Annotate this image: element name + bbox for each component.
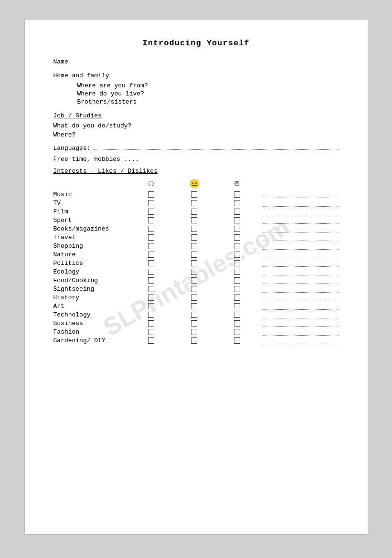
checkbox[interactable] bbox=[148, 269, 154, 275]
list-item: Sightseeing bbox=[53, 285, 339, 293]
checkbox[interactable] bbox=[148, 234, 154, 241]
checkbox[interactable] bbox=[234, 320, 240, 326]
checkbox[interactable] bbox=[148, 226, 154, 232]
interest-label: Business bbox=[53, 320, 130, 327]
list-item: Shopping bbox=[53, 242, 339, 250]
checkbox[interactable] bbox=[148, 243, 154, 249]
checkbox-cell bbox=[216, 200, 259, 206]
checkbox-cell bbox=[216, 303, 259, 309]
checkbox[interactable] bbox=[191, 260, 197, 266]
checkbox-group bbox=[130, 286, 259, 292]
checkbox-cell bbox=[216, 234, 259, 241]
list-item: Business bbox=[53, 320, 339, 327]
checkbox[interactable] bbox=[234, 303, 240, 309]
checkbox[interactable] bbox=[148, 217, 154, 223]
checkbox[interactable] bbox=[191, 243, 197, 249]
list-item: Travel bbox=[53, 234, 339, 241]
checkbox-group bbox=[130, 337, 259, 344]
checkbox[interactable] bbox=[148, 303, 154, 309]
checkbox[interactable] bbox=[234, 200, 240, 206]
checkbox[interactable] bbox=[234, 286, 240, 292]
checkbox-cell bbox=[216, 320, 259, 326]
checkbox[interactable] bbox=[191, 312, 197, 318]
checkbox[interactable] bbox=[234, 329, 240, 335]
checkbox-cell bbox=[173, 337, 216, 344]
name-field-row: Name bbox=[53, 58, 339, 67]
checkbox[interactable] bbox=[191, 320, 197, 326]
checkbox[interactable] bbox=[148, 191, 154, 198]
checkbox[interactable] bbox=[191, 269, 197, 275]
interest-label: Sightseeing bbox=[53, 285, 130, 293]
checkbox[interactable] bbox=[234, 209, 240, 215]
checkbox[interactable] bbox=[234, 191, 240, 198]
checkbox[interactable] bbox=[234, 277, 240, 284]
checkbox[interactable] bbox=[191, 329, 197, 335]
interests-section: Interests - Likes / Dislikes ☺ 😐 ☹ Music… bbox=[53, 168, 339, 344]
checkbox-cell bbox=[173, 303, 216, 309]
checkbox[interactable] bbox=[234, 217, 240, 223]
checkbox[interactable] bbox=[191, 209, 197, 215]
checkbox[interactable] bbox=[148, 200, 154, 206]
checkbox[interactable] bbox=[148, 320, 154, 326]
checkbox-cell bbox=[173, 295, 216, 301]
checkbox-cell bbox=[216, 260, 259, 266]
checkbox[interactable] bbox=[148, 252, 154, 258]
checkbox-cell bbox=[130, 243, 173, 249]
checkbox-cell bbox=[173, 243, 216, 249]
list-item: Film bbox=[53, 208, 339, 215]
checkbox[interactable] bbox=[234, 312, 240, 318]
checkbox[interactable] bbox=[148, 312, 154, 318]
checkbox-cell bbox=[216, 312, 259, 318]
checkbox[interactable] bbox=[191, 226, 197, 232]
checkbox-cell bbox=[216, 191, 259, 198]
interest-notes-line bbox=[263, 200, 339, 207]
checkbox[interactable] bbox=[234, 252, 240, 258]
interest-notes-line bbox=[263, 269, 339, 275]
interest-notes-line bbox=[263, 337, 339, 344]
checkbox[interactable] bbox=[191, 303, 197, 309]
checkbox[interactable] bbox=[234, 243, 240, 249]
interest-label: Books/magazines bbox=[53, 225, 130, 232]
checkbox[interactable] bbox=[234, 337, 240, 344]
checkbox[interactable] bbox=[191, 286, 197, 292]
checkbox[interactable] bbox=[191, 295, 197, 301]
dislike-emoji: ☹ bbox=[216, 179, 259, 189]
list-item: Food/Cooking bbox=[53, 277, 339, 284]
checkbox-group bbox=[130, 269, 259, 275]
checkbox[interactable] bbox=[191, 200, 197, 206]
checkbox[interactable] bbox=[148, 337, 154, 344]
checkbox[interactable] bbox=[148, 286, 154, 292]
list-item: Gardening/ DIY bbox=[53, 337, 339, 344]
interest-notes-line bbox=[263, 295, 339, 301]
checkbox[interactable] bbox=[234, 269, 240, 275]
checkbox[interactable] bbox=[148, 277, 154, 284]
checkbox[interactable] bbox=[234, 234, 240, 241]
interest-notes-line bbox=[263, 226, 339, 232]
checkbox[interactable] bbox=[148, 329, 154, 335]
checkbox-group bbox=[130, 329, 259, 335]
checkbox-cell bbox=[216, 252, 259, 258]
checkbox-cell bbox=[130, 252, 173, 258]
interest-notes-line bbox=[263, 303, 339, 310]
checkbox[interactable] bbox=[234, 260, 240, 266]
checkbox[interactable] bbox=[148, 295, 154, 301]
checkbox-group bbox=[130, 303, 259, 309]
checkbox-cell bbox=[216, 269, 259, 275]
checkbox[interactable] bbox=[148, 260, 154, 266]
checkbox-cell bbox=[216, 286, 259, 292]
checkbox-group bbox=[130, 191, 259, 198]
checkbox[interactable] bbox=[191, 277, 197, 284]
interest-notes-line bbox=[263, 217, 339, 224]
checkbox[interactable] bbox=[148, 209, 154, 215]
checkbox[interactable] bbox=[191, 217, 197, 223]
worksheet-page: SLPrintables.com Introducing Yourself Na… bbox=[24, 19, 368, 535]
list-item: Politics bbox=[53, 260, 339, 267]
checkbox[interactable] bbox=[191, 191, 197, 198]
checkbox[interactable] bbox=[191, 234, 197, 241]
checkbox[interactable] bbox=[234, 295, 240, 301]
checkbox[interactable] bbox=[191, 252, 197, 258]
checkbox[interactable] bbox=[191, 337, 197, 344]
checkbox-group bbox=[130, 200, 259, 206]
checkbox[interactable] bbox=[234, 226, 240, 232]
list-item: Ecology bbox=[53, 268, 339, 275]
